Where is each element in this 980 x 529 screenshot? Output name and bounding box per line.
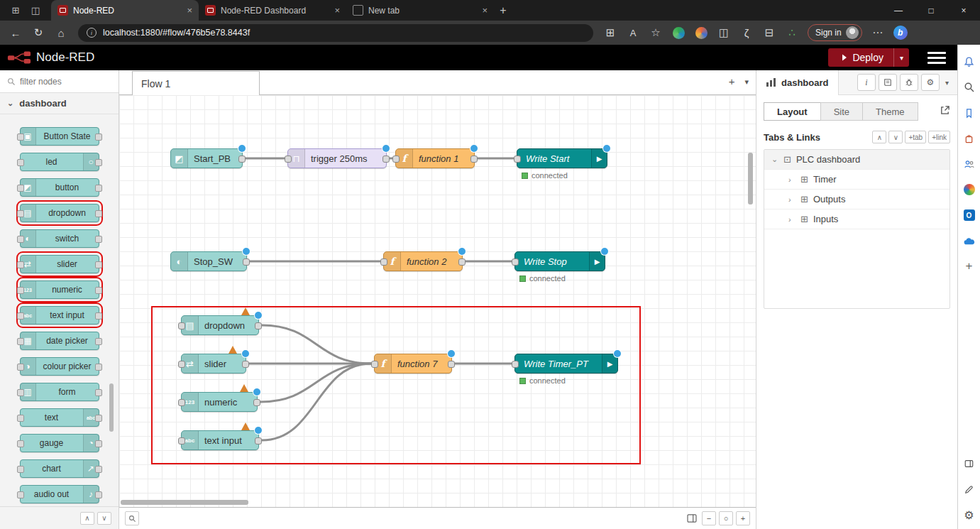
new-tab-button[interactable]: + bbox=[494, 2, 512, 19]
tab-layout[interactable]: Layout bbox=[764, 102, 821, 121]
window-minimize-button[interactable]: — bbox=[882, 0, 915, 21]
window-maximize-button[interactable]: □ bbox=[915, 0, 947, 21]
read-aloud-icon[interactable]: A bbox=[623, 23, 643, 42]
flow-node-numeric[interactable]: 123numeric bbox=[181, 392, 258, 412]
input-port[interactable] bbox=[178, 399, 185, 406]
tree-item-outputs[interactable]: ›⊞Outputs bbox=[764, 190, 949, 209]
palette-node-led[interactable]: ○led bbox=[20, 153, 99, 171]
tab-theme[interactable]: Theme bbox=[862, 102, 918, 121]
output-port[interactable] bbox=[470, 156, 478, 163]
zoom-out-button[interactable]: − bbox=[702, 511, 716, 525]
tree-item-timer[interactable]: ›⊞Timer bbox=[764, 170, 949, 190]
tree-item-plc-dashboard[interactable]: ⌄⊡PLC dashboard bbox=[764, 150, 949, 170]
collapse-categories-button[interactable]: ∧ bbox=[80, 512, 94, 525]
zoom-reset-button[interactable]: ○ bbox=[719, 511, 733, 525]
output-port[interactable] bbox=[255, 322, 262, 329]
chevron-right-icon[interactable]: › bbox=[788, 195, 795, 204]
palette-category-dashboard[interactable]: ⌄ dashboard bbox=[0, 93, 119, 114]
site-info-icon[interactable]: i bbox=[87, 28, 97, 38]
add-tab-button[interactable]: +tab bbox=[905, 131, 926, 143]
flow-tab-flow-1[interactable]: Flow 1 bbox=[132, 71, 260, 95]
refresh-icon[interactable]: ↻ bbox=[28, 23, 48, 42]
tree-item-inputs[interactable]: ›⊞Inputs bbox=[764, 209, 949, 229]
palette-filter-input[interactable] bbox=[20, 77, 98, 87]
people-icon[interactable] bbox=[962, 157, 976, 171]
copilot-icon[interactable]: b bbox=[891, 23, 910, 42]
canvas-vertical-scrollbar[interactable] bbox=[748, 153, 753, 204]
add-link-button[interactable]: +link bbox=[928, 131, 950, 143]
microsoft-365-icon[interactable] bbox=[962, 182, 976, 197]
output-port[interactable] bbox=[238, 156, 246, 163]
help-book-icon[interactable] bbox=[879, 74, 897, 91]
workspaces-icon[interactable]: ⊞ bbox=[7, 3, 24, 18]
deploy-options-caret-icon[interactable]: ▾ bbox=[893, 48, 909, 67]
palette-node-switch[interactable]: ◐switch bbox=[20, 229, 99, 248]
bookmark-tag-icon[interactable] bbox=[962, 106, 976, 120]
output-port[interactable] bbox=[382, 156, 390, 163]
tab-close-icon[interactable]: × bbox=[187, 5, 192, 16]
tab-close-icon[interactable]: × bbox=[482, 5, 488, 16]
flow-list-caret-icon[interactable]: ▾ bbox=[744, 77, 749, 87]
canvas-search-button[interactable] bbox=[125, 511, 139, 525]
home-icon[interactable]: ⌂ bbox=[51, 23, 71, 42]
input-port[interactable] bbox=[178, 361, 185, 368]
output-port[interactable] bbox=[458, 258, 466, 266]
input-port[interactable] bbox=[380, 258, 387, 266]
expand-all-button[interactable]: ∨ bbox=[888, 131, 903, 143]
back-icon[interactable]: ← bbox=[6, 23, 26, 42]
split-screen-icon[interactable]: ◫ bbox=[714, 23, 734, 42]
flow-canvas[interactable]: ◩Start_PB⊓trigger 250msffunction 1Write … bbox=[119, 95, 756, 507]
info-icon[interactable]: i bbox=[857, 74, 876, 91]
flow-node-fn2[interactable]: ffunction 2 bbox=[383, 251, 463, 271]
sidebar-menu-caret-icon[interactable]: ▾ bbox=[942, 79, 952, 87]
collapse-all-button[interactable]: ∧ bbox=[872, 131, 886, 143]
input-port[interactable] bbox=[512, 258, 519, 266]
palette-node-colour-picker[interactable]: ◑colour picker bbox=[20, 357, 99, 376]
palette-node-audio-out[interactable]: ♪audio out bbox=[20, 485, 99, 503]
input-port[interactable] bbox=[514, 156, 521, 163]
settings-gear-icon[interactable]: ⚙ bbox=[921, 74, 940, 91]
search-icon[interactable] bbox=[962, 80, 976, 94]
chevron-right-icon[interactable]: › bbox=[788, 215, 795, 224]
palette-node-slider[interactable]: ⇄slider bbox=[20, 255, 99, 273]
input-port[interactable] bbox=[285, 156, 292, 163]
flow-node-fn1[interactable]: ffunction 1 bbox=[395, 148, 475, 168]
deploy-button[interactable]: Deploy ▾ bbox=[828, 48, 909, 67]
main-menu-button[interactable] bbox=[927, 52, 946, 64]
sidebar-panel-icon[interactable] bbox=[962, 457, 976, 471]
palette-node-date-picker[interactable]: ▦date picker bbox=[20, 332, 99, 350]
extension-icon[interactable] bbox=[691, 23, 711, 42]
sign-in-button[interactable]: Sign in bbox=[808, 24, 862, 41]
flow-node-trigger[interactable]: ⊓trigger 250ms bbox=[287, 148, 387, 168]
hub-icon[interactable]: ζ bbox=[737, 23, 756, 42]
palette-node-form[interactable]: ▥form bbox=[20, 383, 99, 401]
settings-gear-icon[interactable]: ⚙ bbox=[962, 508, 976, 522]
palette-node-text-input[interactable]: abctext input bbox=[20, 306, 99, 325]
zoom-in-button[interactable]: + bbox=[736, 511, 750, 525]
input-port[interactable] bbox=[178, 322, 185, 329]
palette-node-gauge[interactable]: ◔gauge bbox=[20, 434, 99, 452]
collections-icon[interactable]: ⊟ bbox=[759, 23, 779, 42]
add-app-icon[interactable]: + bbox=[962, 259, 976, 273]
palette-node-dropdown[interactable]: ▤dropdown bbox=[20, 204, 99, 222]
palette-node-text[interactable]: abctext bbox=[20, 408, 99, 427]
output-port[interactable] bbox=[255, 437, 262, 445]
palette-node-Button-State[interactable]: ▣Button State bbox=[20, 127, 99, 146]
browser-tab-new-tab[interactable]: New tab × bbox=[346, 0, 494, 21]
flow-node-write_stop[interactable]: Write Stop▶connected bbox=[514, 251, 605, 271]
tab-site[interactable]: Site bbox=[820, 102, 863, 121]
network-icon[interactable]: ∴ bbox=[782, 23, 802, 42]
palette-node-chart[interactable]: ↗chart bbox=[20, 459, 99, 478]
expand-categories-button[interactable]: ∨ bbox=[97, 512, 111, 525]
input-port[interactable] bbox=[371, 361, 378, 368]
favorites-star-icon[interactable]: ☆ bbox=[646, 23, 666, 42]
outlook-icon[interactable]: O bbox=[962, 208, 976, 222]
input-port[interactable] bbox=[392, 156, 400, 163]
sidebar-tab-dashboard[interactable]: dashboard bbox=[756, 70, 839, 95]
palette-scrollbar[interactable] bbox=[109, 383, 114, 432]
flow-node-fn7[interactable]: ffunction 7 bbox=[374, 354, 452, 373]
compose-pencil-icon[interactable] bbox=[962, 482, 976, 496]
onedrive-cloud-icon[interactable] bbox=[962, 234, 976, 248]
more-menu-icon[interactable]: ⋯ bbox=[868, 23, 888, 42]
palette-search[interactable] bbox=[0, 70, 119, 93]
